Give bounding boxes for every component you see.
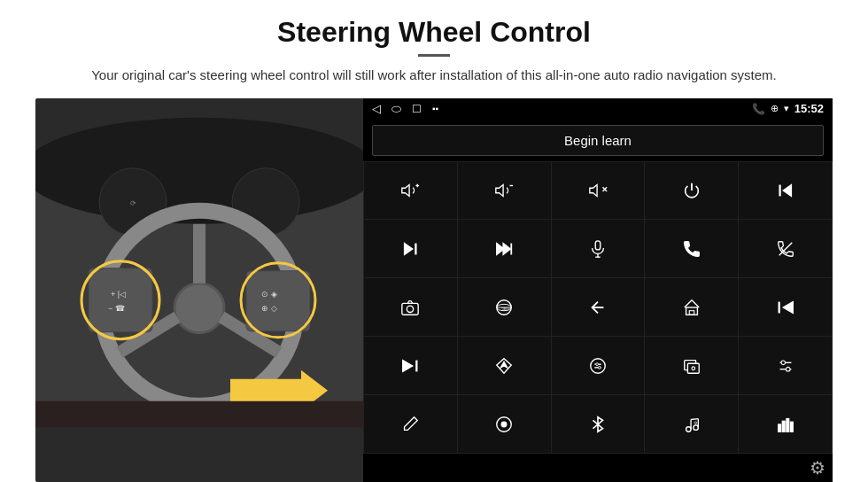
next-button[interactable] — [364, 220, 457, 277]
circle-dot-button[interactable] — [458, 395, 551, 453]
svg-point-53 — [591, 358, 606, 373]
phone-status-icon: 📞 — [752, 103, 765, 115]
status-nav-icons: ◁ ⬭ ☐ ▪▪ — [372, 102, 438, 116]
svg-marker-49 — [403, 360, 413, 371]
pen-button[interactable] — [364, 395, 457, 453]
svg-marker-28 — [783, 185, 791, 197]
tune-button[interactable] — [739, 337, 832, 394]
back-arrow-button[interactable] — [552, 278, 645, 336]
svg-text:⊕ ◇: ⊕ ◇ — [261, 303, 277, 312]
mute-button[interactable] — [552, 162, 645, 220]
svg-text:⚙: ⚙ — [694, 421, 698, 425]
bluetooth-button[interactable] — [552, 395, 645, 453]
icon-grid: 360° — [363, 161, 833, 455]
page-subtitle: Your original car's steering wheel contr… — [91, 66, 777, 86]
svg-text:+ |◁: + |◁ — [111, 289, 126, 298]
svg-point-40 — [407, 306, 414, 312]
svg-text:− ☎: − ☎ — [108, 303, 125, 312]
svg-rect-19 — [35, 400, 363, 427]
recents-icon[interactable]: ☐ — [412, 103, 422, 115]
wifi-status-icon: ▾ — [784, 103, 789, 114]
fast-forward-button[interactable] — [458, 220, 551, 277]
svg-text:⊙ ◈: ⊙ ◈ — [261, 289, 277, 298]
begin-learn-button[interactable]: Begin learn — [372, 125, 824, 156]
begin-learn-row: Begin learn — [363, 120, 833, 161]
vol-down-button[interactable] — [458, 162, 551, 220]
prev-track-button[interactable] — [739, 162, 832, 220]
svg-rect-73 — [778, 424, 780, 431]
svg-rect-75 — [787, 418, 789, 431]
svg-point-63 — [781, 361, 786, 365]
music-button[interactable]: ⚙ — [645, 395, 738, 453]
equalizer-bars-button[interactable] — [739, 395, 832, 453]
svg-point-68 — [694, 424, 699, 430]
content-row: ⟳ + |◁ − ☎ ⊙ ◈ ⊕ ◇ — [35, 98, 833, 483]
settings-row: ⚙ — [363, 454, 833, 482]
svg-point-67 — [686, 426, 691, 431]
svg-rect-35 — [595, 241, 601, 250]
svg-marker-33 — [503, 243, 510, 254]
svg-line-38 — [779, 243, 792, 256]
steering-wheel-svg: ⟳ + |◁ − ☎ ⊙ ◈ ⊕ ◇ — [35, 98, 363, 483]
phone-button[interactable] — [645, 220, 738, 277]
back-nav-icon[interactable]: ◁ — [372, 102, 381, 115]
status-bar: ◁ ⬭ ☐ ▪▪ 📞 ⊕ ▾ 15:52 — [363, 98, 833, 120]
settings-icon[interactable]: ⚙ — [810, 457, 825, 478]
nav-button[interactable] — [458, 337, 551, 394]
location-status-icon: ⊕ — [771, 103, 779, 114]
android-ui-panel: ◁ ⬭ ☐ ▪▪ 📞 ⊕ ▾ 15:52 Begin learn — [363, 98, 833, 483]
svg-marker-30 — [405, 243, 413, 254]
svg-point-64 — [786, 367, 790, 371]
svg-point-6 — [174, 283, 224, 332]
hang-up-button[interactable] — [739, 220, 832, 277]
svg-text:360°: 360° — [501, 307, 510, 311]
svg-marker-25 — [590, 185, 597, 197]
status-right-icons: 📞 ⊕ ▾ 15:52 — [752, 102, 824, 115]
svg-rect-76 — [790, 422, 793, 431]
media-button[interactable] — [645, 337, 738, 394]
svg-rect-74 — [782, 421, 785, 431]
skip-forward-button[interactable] — [364, 337, 457, 394]
title-divider — [418, 54, 450, 57]
time-display: 15:52 — [794, 102, 824, 115]
svg-point-56 — [596, 362, 599, 365]
svg-marker-23 — [496, 185, 503, 197]
svg-line-71 — [691, 418, 698, 419]
svg-rect-39 — [402, 303, 418, 315]
svg-marker-47 — [783, 301, 793, 313]
svg-point-66 — [501, 422, 507, 427]
steering-wheel-photo: ⟳ + |◁ − ☎ ⊙ ◈ ⊕ ◇ — [35, 98, 363, 483]
signal-icon: ▪▪ — [432, 104, 438, 113]
vol-up-button[interactable] — [364, 162, 457, 220]
svg-rect-10 — [89, 268, 152, 331]
svg-marker-20 — [402, 185, 409, 197]
home-button[interactable] — [645, 278, 738, 336]
page-title: Steering Wheel Control — [277, 16, 591, 49]
mic-button[interactable] — [552, 220, 645, 277]
power-button[interactable] — [645, 162, 738, 220]
svg-marker-52 — [501, 362, 508, 367]
camera-360-button[interactable]: 360° — [458, 278, 551, 336]
svg-rect-59 — [687, 363, 699, 373]
camera-button[interactable] — [364, 278, 457, 336]
svg-rect-13 — [246, 270, 310, 330]
eq-button[interactable] — [552, 337, 645, 394]
svg-text:⟳: ⟳ — [130, 198, 136, 206]
svg-point-57 — [598, 366, 601, 369]
home-oval-icon[interactable]: ⬭ — [391, 102, 401, 116]
skip-back-button[interactable] — [739, 278, 832, 336]
